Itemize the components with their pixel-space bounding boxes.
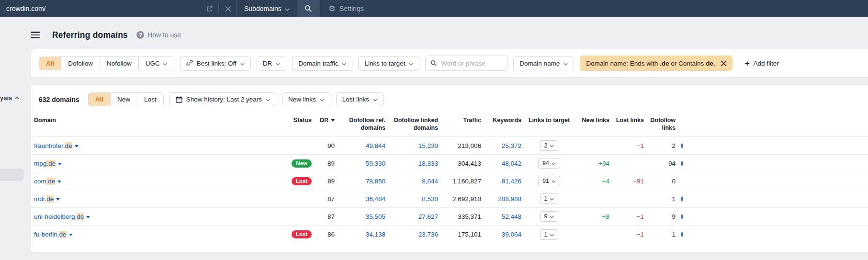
table-row: mdr.de8736,4848,5302,692,910208,98811: [31, 190, 868, 208]
settings-button[interactable]: ⚙ Settings: [320, 0, 372, 17]
how-to-use-link[interactable]: ? How to use: [136, 31, 181, 39]
keywords-value[interactable]: 52,448: [484, 208, 524, 226]
domain-link[interactable]: fraunhofer.de: [34, 142, 72, 149]
dofollow-links-value: 1: [647, 226, 678, 243]
chevron-down-icon: [342, 60, 346, 67]
sidebar-fragment[interactable]: ysis: [0, 94, 19, 102]
dr-value: 87: [315, 190, 338, 208]
dofollow-linked-domains-value[interactable]: 8,044: [388, 172, 441, 190]
filter-tab-nofollow[interactable]: Nofollow: [100, 57, 138, 70]
column-header-dofollow-links[interactable]: Dofollow links: [647, 113, 678, 137]
search-button[interactable]: [297, 0, 320, 17]
domain-caret-icon[interactable]: [57, 181, 61, 183]
keywords-value[interactable]: 81,426: [484, 172, 524, 190]
word-search-box[interactable]: [425, 56, 507, 71]
domain-link[interactable]: fu-berlin.de: [34, 231, 67, 238]
filter-dropdown-domain-traffic[interactable]: Domain traffic: [292, 56, 352, 71]
filter-tab-lost[interactable]: Lost: [137, 93, 163, 106]
keywords-value[interactable]: 208,988: [484, 190, 524, 208]
sidebar-fragment-box[interactable]: [0, 169, 24, 181]
chevron-down-icon: [550, 213, 554, 220]
chevron-down-icon: [276, 60, 280, 67]
domain-prefix: fu-berlin.: [34, 231, 59, 238]
domain-caret-icon[interactable]: [86, 216, 90, 218]
remove-filter-icon[interactable]: [715, 56, 733, 71]
lost-links-dropdown[interactable]: Lost links: [336, 92, 383, 106]
external-link-icon[interactable]: [201, 0, 217, 17]
column-header-new-links[interactable]: New links: [574, 113, 612, 137]
domain-caret-icon[interactable]: [69, 234, 73, 236]
dr-value: 90: [315, 137, 338, 155]
column-header-filler: [695, 113, 868, 137]
domain-caret-icon[interactable]: [56, 198, 60, 201]
column-header-dofollow-ref-domains[interactable]: Dofollow ref. domains: [338, 113, 388, 137]
menu-icon[interactable]: [31, 32, 40, 38]
traffic-value: 213,006: [441, 137, 484, 155]
links-to-target-value: 2: [544, 142, 548, 149]
filter-tab-all[interactable]: All: [89, 93, 110, 106]
domain-caret-icon[interactable]: [58, 163, 62, 165]
domain-link[interactable]: uni-heidelberg.de: [34, 213, 84, 220]
domain-link[interactable]: mpg.de: [34, 160, 56, 167]
dofollow-linked-domains-value[interactable]: 8,530: [388, 190, 441, 208]
dofollow-ref-domains-value[interactable]: 34,138: [338, 226, 388, 243]
clear-icon[interactable]: [220, 0, 236, 17]
domain-name-dropdown[interactable]: Domain name: [513, 57, 574, 70]
dofollow-ref-domains-value[interactable]: 36,484: [338, 190, 388, 208]
dofollow-ref-domains-value[interactable]: 78,850: [338, 172, 388, 190]
column-header-lost-links[interactable]: Lost links: [612, 113, 647, 137]
column-header-keywords[interactable]: Keywords: [484, 113, 524, 137]
keywords-value[interactable]: 39,064: [484, 226, 524, 243]
status-badge: Lost: [292, 230, 312, 239]
column-header-traffic[interactable]: Traffic: [441, 113, 484, 137]
links-to-target-dropdown[interactable]: 9: [540, 211, 559, 222]
column-header-domain[interactable]: Domain: [31, 113, 280, 137]
filter-dropdown-links-to-target[interactable]: Links to target: [358, 56, 419, 71]
dofollow-ref-domains-value[interactable]: 35,505: [338, 208, 388, 226]
links-to-target-dropdown[interactable]: 91: [538, 176, 560, 186]
column-header-status[interactable]: Status: [280, 113, 315, 137]
show-history-dropdown[interactable]: Show history: Last 2 years: [169, 92, 276, 106]
filler-cell: [695, 155, 868, 172]
links-to-target-value: 91: [542, 178, 549, 184]
links-to-target-dropdown[interactable]: 94: [538, 158, 560, 169]
filter-dropdown-dr[interactable]: DR: [257, 56, 287, 71]
column-header-links-to-target[interactable]: Links to target: [524, 113, 574, 137]
page-title: Referring domains: [52, 30, 128, 40]
filter-dropdown-best-links-off[interactable]: Best links: Off: [180, 56, 251, 71]
links-to-target-dropdown[interactable]: 1: [540, 193, 559, 204]
dofollow-linked-domains-value[interactable]: 27,627: [388, 208, 441, 226]
dofollow-ref-domains-value[interactable]: 59,330: [338, 155, 388, 172]
domain-caret-icon[interactable]: [75, 145, 79, 147]
dr-value: 89: [315, 172, 338, 190]
traffic-value: 304,413: [441, 155, 484, 172]
dofollow-linked-domains-value[interactable]: 15,230: [388, 137, 441, 155]
keywords-value[interactable]: 48,042: [484, 155, 524, 172]
chevron-up-icon: [15, 97, 19, 100]
dofollow-linked-domains-value[interactable]: 23,736: [388, 226, 441, 243]
links-to-target-dropdown[interactable]: 1: [540, 229, 559, 240]
links-to-target-dropdown[interactable]: 2: [540, 140, 559, 151]
domain-link[interactable]: mdr.de: [34, 195, 54, 203]
domain-link[interactable]: com.de: [34, 178, 55, 185]
filter-tab-dofollow[interactable]: Dofollow: [61, 57, 100, 70]
column-header-dr[interactable]: DR: [315, 113, 338, 137]
dofollow-ref-domains-value[interactable]: 49,844: [338, 137, 388, 155]
filter-tab-all[interactable]: All: [39, 57, 61, 70]
sidebar-fragment-label: ysis: [0, 94, 12, 102]
target-url-text[interactable]: crowdin.com/: [6, 5, 45, 12]
status-badge: Lost: [292, 177, 312, 186]
new-links-dropdown[interactable]: New links: [282, 92, 330, 106]
filter-tab-ugc[interactable]: UGC: [138, 57, 174, 70]
domain-prefix: mdr.: [34, 195, 46, 203]
mode-dropdown[interactable]: Subdomains: [236, 0, 297, 17]
word-search-input[interactable]: [441, 60, 498, 67]
target-input[interactable]: crowdin.com/: [0, 0, 201, 17]
new-links-value: +4: [574, 172, 612, 190]
dofollow-linked-domains-value[interactable]: 18,333: [388, 155, 441, 172]
add-filter-button[interactable]: + Add filter: [745, 59, 779, 68]
column-header-dofollow-linked-domains[interactable]: Dofollow linked domains: [388, 113, 441, 137]
filter-tab-new[interactable]: New: [110, 93, 137, 106]
settings-label: Settings: [339, 5, 364, 12]
keywords-value[interactable]: 25,372: [484, 137, 524, 155]
